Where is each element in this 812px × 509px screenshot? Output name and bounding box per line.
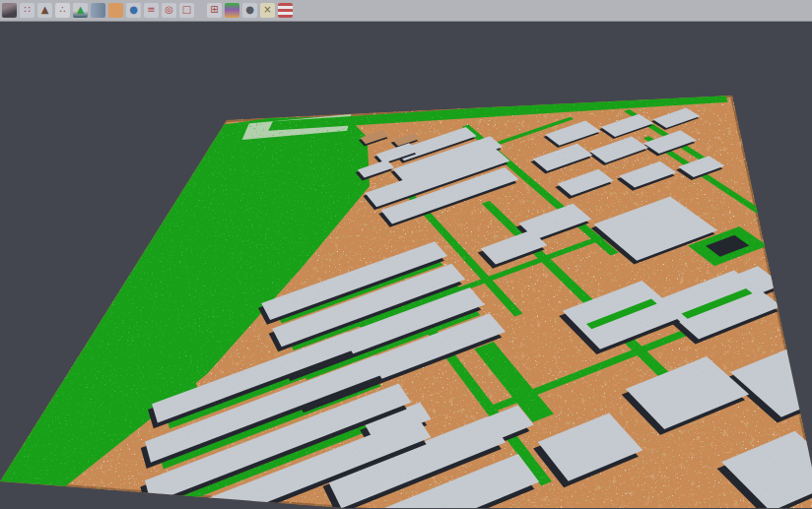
point-cloud — [0, 78, 812, 508]
hill-vegetation-icon[interactable]: ▲ — [73, 3, 88, 18]
viewport-3d[interactable] — [0, 22, 812, 509]
app-window: ∷▲∴▲●≡◎□⊞●× — [0, 0, 812, 509]
grid-points-icon[interactable]: ⊞ — [207, 3, 222, 18]
scatter-points-icon[interactable]: ∷ — [20, 3, 34, 18]
markers-icon[interactable]: ∴ — [55, 3, 70, 18]
toolbar: ∷▲∴▲●≡◎□⊞●× — [0, 0, 812, 22]
colormap-icon[interactable] — [225, 3, 239, 18]
viewport-canvas[interactable] — [0, 22, 812, 508]
flag-icon[interactable]: × — [260, 3, 275, 18]
sphere-icon[interactable]: ● — [242, 3, 257, 18]
stripes-icon[interactable] — [278, 3, 293, 18]
ring-icon[interactable]: ◎ — [162, 3, 176, 18]
panel-icon[interactable] — [91, 3, 105, 18]
globe-icon[interactable]: ● — [126, 3, 141, 18]
selection-box-icon[interactable]: □ — [179, 3, 194, 18]
list-icon[interactable]: ≡ — [144, 3, 159, 18]
anchor-icon[interactable] — [2, 3, 17, 18]
terrain-icon[interactable]: ▲ — [37, 3, 52, 18]
orange-tile-icon[interactable] — [108, 3, 123, 18]
